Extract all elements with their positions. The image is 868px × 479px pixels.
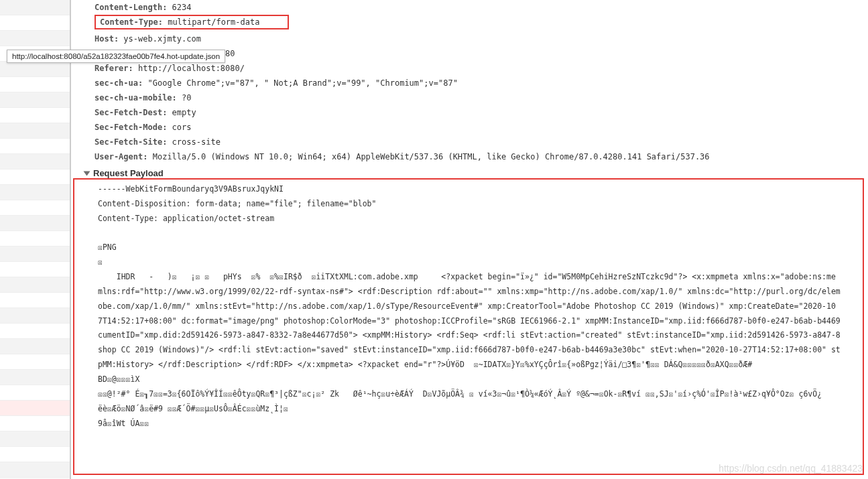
header-value: empty [172, 108, 196, 117]
sidebar-row[interactable] [0, 139, 70, 154]
sidebar-row[interactable] [0, 154, 70, 169]
header-name: Content-Type: [100, 17, 163, 27]
hover-tooltip: http://localhost:8080/a52a182323fae00b7f… [7, 50, 225, 63]
sidebar [0, 0, 70, 479]
header-sec-fetch-dest[interactable]: Sec-Fetch-Dest: empty [95, 105, 868, 120]
sidebar-row[interactable] [0, 308, 70, 324]
sidebar-row[interactable] [0, 431, 70, 447]
sidebar-row[interactable] [0, 77, 70, 92]
header-name: sec-ch-ua-mobile: [95, 93, 177, 102]
header-value: cors [172, 123, 192, 132]
sidebar-row[interactable] [0, 277, 70, 293]
sidebar-row[interactable] [0, 62, 70, 77]
sidebar-row[interactable] [0, 200, 70, 216]
header-content-type[interactable]: Content-Type: multipart/form-data [95, 15, 289, 29]
header-name: Sec-Fetch-Site: [95, 137, 167, 147]
sidebar-row[interactable] [0, 262, 70, 277]
header-user-agent[interactable]: User-Agent: Mozilla/5.0 (Windows NT 10.0… [95, 149, 868, 164]
header-host[interactable]: Host: ys-web.xjmty.com [95, 31, 868, 46]
header-name: Host: [95, 34, 119, 44]
header-sec-fetch-mode[interactable]: Sec-Fetch-Mode: cors [95, 120, 868, 135]
header-value: 6234 [172, 3, 192, 12]
watermark: https://blog.csdn.net/qq_41883423 [719, 463, 863, 474]
sidebar-row[interactable] [0, 231, 70, 247]
header-value: Mozilla/5.0 (Windows NT 10.0; Win64; x64… [153, 152, 710, 161]
sidebar-row[interactable] [0, 339, 70, 354]
header-sec-ch-ua[interactable]: sec-ch-ua: "Google Chrome";v="87", " Not… [95, 76, 868, 90]
sidebar-row[interactable] [0, 15, 70, 31]
sidebar-row[interactable] [0, 385, 70, 401]
sidebar-row[interactable] [0, 92, 70, 108]
header-name: User-Agent: [95, 152, 147, 161]
expand-icon [84, 171, 90, 176]
header-value: http://localhost:8080/ [138, 64, 245, 73]
header-name: Referer: [95, 64, 133, 73]
main-panel: Content-Length: 6234 Content-Type: multi… [70, 0, 868, 479]
request-payload-content[interactable]: ------WebKitFormBoundaryq3V9ABsruxJqykNI… [74, 182, 868, 431]
sidebar-row[interactable] [0, 216, 70, 231]
header-value: "Google Chrome";v="87", " Not;A Brand";v… [147, 78, 457, 88]
sidebar-row[interactable] [0, 169, 70, 185]
header-name: sec-ch-ua: [95, 78, 143, 88]
header-name: Content-Length: [95, 3, 167, 12]
sidebar-row[interactable] [0, 354, 70, 370]
sidebar-row[interactable] [0, 370, 70, 385]
header-value: ys-web.xjmty.com [123, 34, 201, 44]
sidebar-row[interactable] [0, 185, 70, 200]
sidebar-row[interactable] [0, 462, 70, 478]
sidebar-row[interactable] [0, 416, 70, 431]
sidebar-row[interactable] [0, 108, 70, 123]
sidebar-row[interactable] [0, 247, 70, 262]
request-headers-block: Content-Length: 6234 Content-Type: multi… [74, 0, 868, 164]
header-sec-ch-ua-mobile[interactable]: sec-ch-ua-mobile: ?0 [95, 90, 868, 105]
header-value: ?0 [182, 93, 191, 102]
sidebar-row[interactable] [0, 123, 70, 139]
sidebar-row[interactable] [0, 31, 70, 46]
header-value: multipart/form-data [168, 17, 259, 27]
header-name: Sec-Fetch-Mode: [95, 123, 167, 132]
header-sec-fetch-site[interactable]: Sec-Fetch-Site: cross-site [95, 135, 868, 149]
sidebar-row[interactable] [0, 324, 70, 339]
header-content-length[interactable]: Content-Length: 6234 [95, 0, 868, 15]
section-title: Request Payload [93, 168, 164, 178]
sidebar-row-active[interactable] [0, 401, 70, 416]
sidebar-row[interactable] [0, 447, 70, 462]
request-payload-section[interactable]: Request Payload [74, 164, 868, 182]
header-referer[interactable]: Referer: http://localhost:8080/ [95, 61, 868, 76]
header-value: cross-site [172, 137, 221, 147]
sidebar-row[interactable] [0, 293, 70, 308]
header-name: Sec-Fetch-Dest: [95, 108, 167, 117]
sidebar-row[interactable] [0, 0, 70, 15]
